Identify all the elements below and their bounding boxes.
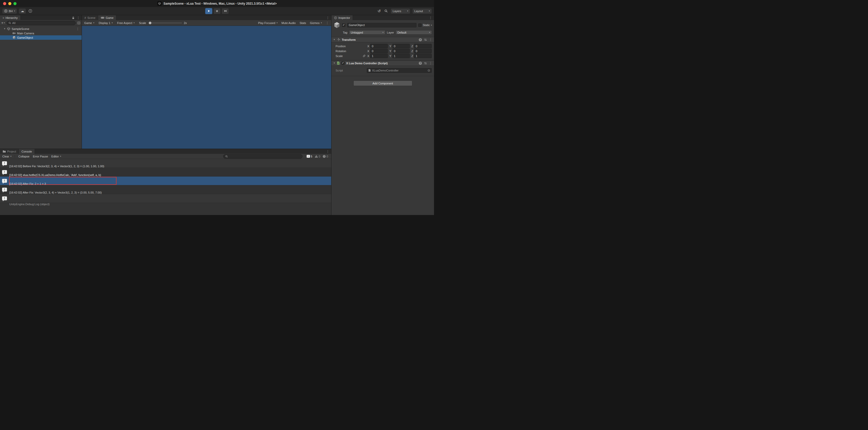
- log-line-2: UnityEngine.Debug:Log (object): [9, 202, 102, 206]
- tab-project[interactable]: Project: [0, 149, 19, 154]
- editor-dropdown[interactable]: Editor ▾: [52, 155, 61, 158]
- gizmos-dropdown[interactable]: Gizmos ▾: [310, 22, 322, 25]
- minimize-window-button[interactable]: [8, 2, 11, 5]
- account-button[interactable]: BH ▾: [2, 8, 17, 14]
- unity-toolbar: BH ▾ ☁ ↺ Layers: [0, 7, 434, 15]
- inspector-icon: [334, 16, 337, 19]
- hierarchy-search-input[interactable]: All: [6, 21, 76, 25]
- tag-dropdown[interactable]: Untagged ▾: [349, 30, 385, 35]
- scale-slider[interactable]: [148, 23, 182, 23]
- pause-button[interactable]: [213, 8, 221, 14]
- play-button[interactable]: [205, 8, 212, 14]
- cloud-services-button[interactable]: ☁: [19, 8, 26, 14]
- scale-value: 2x: [184, 22, 187, 25]
- foldout-open-icon[interactable]: ▼: [333, 62, 335, 64]
- tab-console-label: Console: [22, 150, 32, 153]
- search-icon: [8, 22, 11, 24]
- layers-dropdown[interactable]: Layers ▾: [391, 8, 410, 14]
- tab-scene[interactable]: # Scene: [82, 15, 98, 20]
- script-object-field[interactable]: XLuaDemoController ⊙: [367, 68, 432, 73]
- x-axis-label: X: [367, 55, 369, 58]
- script-component-header[interactable]: ▼ X Lua Demo Controller (Script) ? ⋮: [332, 60, 434, 66]
- scale-x-field[interactable]: 1: [370, 54, 388, 58]
- play-focused-dropdown[interactable]: Play Focused ▾: [258, 22, 278, 25]
- log-info-icon: [2, 188, 7, 192]
- log-info-icon: [307, 155, 310, 158]
- scale-link-icon[interactable]: [362, 55, 366, 57]
- add-component-button[interactable]: Add Component: [353, 80, 412, 86]
- error-count-toggle[interactable]: 0: [323, 155, 328, 158]
- position-x-field[interactable]: 0: [370, 44, 388, 48]
- help-icon[interactable]: ?: [419, 62, 422, 65]
- tab-hierarchy[interactable]: ≡ Hierarchy: [0, 15, 21, 20]
- foldout-open-icon[interactable]: ▼: [333, 38, 335, 41]
- display-dropdown[interactable]: Display 1 ▾: [99, 22, 113, 25]
- position-y-field[interactable]: 0: [393, 44, 410, 48]
- layout-dropdown[interactable]: Layout ▾: [412, 8, 432, 14]
- search-button[interactable]: [383, 8, 389, 14]
- rotation-z-field[interactable]: 0: [414, 49, 432, 53]
- collapse-toggle[interactable]: Collapse: [18, 155, 29, 158]
- position-z-field[interactable]: 0: [414, 44, 432, 48]
- script-component-title: X Lua Demo Controller (Script): [346, 62, 388, 65]
- window-title: SampleScene - xLua Test - Windows, Mac, …: [163, 2, 277, 5]
- transform-title: Transform: [342, 38, 356, 41]
- tab-game[interactable]: Game: [98, 15, 116, 20]
- mute-audio-toggle[interactable]: Mute Audio: [282, 22, 296, 25]
- transform-component-header[interactable]: ▼ Transform ? ⋮: [332, 37, 434, 42]
- script-enabled-checkbox[interactable]: [341, 61, 345, 65]
- scale-row: Scale X 1 Y 1 Z 1: [332, 54, 434, 58]
- error-pause-toggle[interactable]: Error Pause: [33, 155, 48, 158]
- clear-button[interactable]: Clear ▾: [2, 155, 11, 158]
- kebab-menu-icon[interactable]: ⋮: [326, 150, 330, 153]
- rotation-x-field[interactable]: 0: [370, 49, 388, 53]
- tab-console[interactable]: Console: [19, 149, 35, 154]
- tag-value: Untagged: [351, 31, 363, 34]
- scale-z-field[interactable]: 1: [414, 54, 432, 58]
- static-checkbox[interactable]: [418, 24, 422, 27]
- warning-count-toggle[interactable]: 0: [315, 155, 320, 158]
- undo-history-button[interactable]: ↺: [377, 8, 381, 14]
- active-checkbox[interactable]: [342, 24, 345, 27]
- rotation-label: Rotation: [336, 49, 362, 53]
- kebab-menu-icon[interactable]: ⋮: [76, 27, 79, 30]
- script-field-row: Script XLuaDemoController ⊙: [332, 68, 434, 73]
- version-control-button[interactable]: [28, 8, 33, 14]
- rotation-y-field[interactable]: 0: [393, 49, 410, 53]
- step-button[interactable]: [222, 8, 229, 14]
- log-info-icon: [2, 196, 7, 200]
- search-filter-icon[interactable]: [77, 22, 80, 25]
- display-target-dropdown[interactable]: Game ▾: [84, 22, 94, 25]
- stats-toggle[interactable]: Stats: [300, 22, 306, 25]
- scale-y-field[interactable]: 1: [393, 54, 410, 58]
- hierarchy-item-scene[interactable]: ▼ SampleScene ⋮: [0, 27, 82, 31]
- presets-icon[interactable]: [424, 38, 427, 41]
- help-icon[interactable]: ?: [419, 38, 422, 41]
- zoom-window-button[interactable]: [13, 2, 17, 5]
- foldout-open-icon[interactable]: ▼: [4, 28, 6, 30]
- game-viewport[interactable]: [82, 26, 331, 149]
- object-picker-icon[interactable]: ⊙: [428, 69, 430, 72]
- hierarchy-item-gameobject[interactable]: GameObject: [0, 35, 82, 40]
- presets-icon[interactable]: [424, 62, 427, 65]
- console-search-input[interactable]: [223, 154, 303, 159]
- kebab-menu-icon[interactable]: ⋮: [429, 38, 432, 41]
- close-window-button[interactable]: [3, 2, 6, 5]
- gameobject-name-field[interactable]: GameObject: [347, 23, 416, 27]
- create-object-button[interactable]: + ▾: [1, 21, 5, 25]
- chevron-down-icon: ▾: [382, 31, 383, 34]
- layer-dropdown[interactable]: Default ▾: [396, 30, 432, 35]
- info-count-toggle[interactable]: 5: [307, 155, 312, 158]
- hierarchy-item-main-camera[interactable]: Main Camera: [0, 31, 82, 35]
- console-log-entry[interactable]: [16:42:02] After Fix: Vector3(2, 3, 4) +…: [0, 194, 331, 203]
- tab-inspector[interactable]: Inspector: [332, 15, 353, 20]
- kebab-menu-icon[interactable]: ⋮: [429, 16, 432, 19]
- aspect-ratio-dropdown[interactable]: Free Aspect ▾: [117, 22, 134, 25]
- static-toggle[interactable]: Static ▾: [418, 24, 432, 27]
- kebab-menu-icon[interactable]: ⋮: [326, 16, 330, 19]
- kebab-menu-icon[interactable]: ⋮: [429, 62, 432, 65]
- lock-icon[interactable]: [72, 16, 75, 19]
- kebab-menu-icon[interactable]: ⋮: [77, 16, 80, 19]
- kebab-menu-icon[interactable]: ⋮: [326, 22, 329, 25]
- scale-slider-knob[interactable]: [149, 22, 151, 24]
